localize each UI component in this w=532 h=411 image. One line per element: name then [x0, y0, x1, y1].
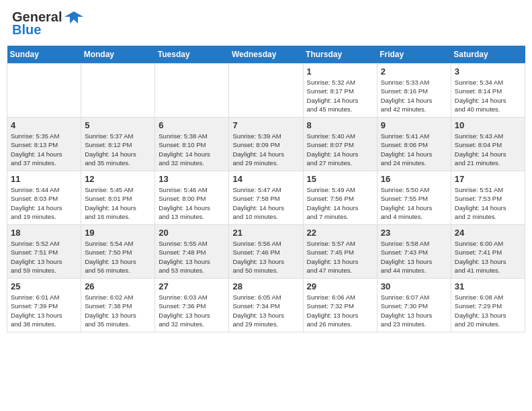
- calendar-cell: 28Sunrise: 6:05 AM Sunset: 7:34 PM Dayli…: [229, 279, 303, 332]
- day-info: Sunrise: 5:51 AM Sunset: 7:53 PM Dayligh…: [455, 185, 521, 221]
- calendar-cell: 25Sunrise: 6:01 AM Sunset: 7:39 PM Dayli…: [7, 279, 81, 332]
- day-number: 4: [11, 120, 77, 130]
- day-info: Sunrise: 5:35 AM Sunset: 8:13 PM Dayligh…: [11, 132, 77, 167]
- logo-blue-text: Blue: [12, 22, 41, 38]
- day-info: Sunrise: 5:43 AM Sunset: 8:04 PM Dayligh…: [455, 132, 521, 167]
- logo: General Blue: [12, 9, 83, 38]
- day-info: Sunrise: 5:58 AM Sunset: 7:43 PM Dayligh…: [381, 239, 447, 275]
- calendar-header-row: SundayMondayTuesdayWednesdayThursdayFrid…: [7, 46, 525, 64]
- calendar-cell: [81, 64, 155, 118]
- calendar-table: SundayMondayTuesdayWednesdayThursdayFrid…: [7, 46, 525, 332]
- calendar-week-row: 25Sunrise: 6:01 AM Sunset: 7:39 PM Dayli…: [7, 279, 525, 332]
- calendar-cell: 31Sunrise: 6:08 AM Sunset: 7:29 PM Dayli…: [451, 279, 525, 332]
- column-header-tuesday: Tuesday: [155, 46, 229, 64]
- day-info: Sunrise: 6:06 AM Sunset: 7:32 PM Dayligh…: [307, 293, 373, 328]
- calendar-cell: 26Sunrise: 6:02 AM Sunset: 7:38 PM Dayli…: [81, 279, 155, 332]
- day-number: 14: [232, 174, 299, 184]
- calendar-cell: 8Sunrise: 5:40 AM Sunset: 8:07 PM Daylig…: [303, 118, 377, 171]
- calendar-week-row: 18Sunrise: 5:52 AM Sunset: 7:51 PM Dayli…: [7, 225, 525, 279]
- day-info: Sunrise: 5:52 AM Sunset: 7:51 PM Dayligh…: [11, 239, 77, 275]
- calendar-cell: 12Sunrise: 5:45 AM Sunset: 8:01 PM Dayli…: [81, 171, 155, 225]
- day-info: Sunrise: 5:49 AM Sunset: 7:56 PM Dayligh…: [307, 185, 373, 221]
- day-number: 5: [85, 120, 151, 130]
- day-number: 17: [455, 174, 521, 184]
- day-info: Sunrise: 5:40 AM Sunset: 8:07 PM Dayligh…: [307, 132, 373, 167]
- calendar-cell: 29Sunrise: 6:06 AM Sunset: 7:32 PM Dayli…: [303, 279, 377, 332]
- calendar-week-row: 4Sunrise: 5:35 AM Sunset: 8:13 PM Daylig…: [7, 118, 525, 171]
- calendar-cell: [7, 64, 81, 118]
- day-info: Sunrise: 6:00 AM Sunset: 7:41 PM Dayligh…: [455, 239, 521, 275]
- calendar-cell: 3Sunrise: 5:34 AM Sunset: 8:14 PM Daylig…: [451, 64, 525, 118]
- day-number: 26: [85, 281, 151, 291]
- day-number: 21: [232, 228, 299, 238]
- day-number: 23: [381, 228, 447, 238]
- column-header-thursday: Thursday: [303, 46, 377, 64]
- day-number: 24: [455, 228, 521, 238]
- calendar-cell: 7Sunrise: 5:39 AM Sunset: 8:09 PM Daylig…: [229, 118, 303, 171]
- day-number: 29: [307, 281, 373, 291]
- page-header: General Blue: [7, 7, 525, 40]
- calendar-cell: 27Sunrise: 6:03 AM Sunset: 7:36 PM Dayli…: [155, 279, 229, 332]
- day-number: 31: [455, 281, 521, 291]
- day-info: Sunrise: 5:45 AM Sunset: 8:01 PM Dayligh…: [85, 185, 151, 221]
- day-number: 9: [381, 120, 447, 130]
- calendar-cell: [229, 64, 303, 118]
- day-info: Sunrise: 6:02 AM Sunset: 7:38 PM Dayligh…: [85, 293, 151, 328]
- day-number: 30: [381, 281, 447, 291]
- day-info: Sunrise: 5:41 AM Sunset: 8:06 PM Dayligh…: [381, 132, 447, 167]
- day-number: 7: [232, 120, 299, 130]
- calendar-cell: 19Sunrise: 5:54 AM Sunset: 7:50 PM Dayli…: [81, 225, 155, 279]
- day-info: Sunrise: 5:46 AM Sunset: 8:00 PM Dayligh…: [159, 185, 225, 221]
- calendar-cell: 9Sunrise: 5:41 AM Sunset: 8:06 PM Daylig…: [377, 118, 451, 171]
- calendar-cell: 2Sunrise: 5:33 AM Sunset: 8:16 PM Daylig…: [377, 64, 451, 118]
- svg-marker-0: [64, 11, 83, 24]
- calendar-cell: 22Sunrise: 5:57 AM Sunset: 7:45 PM Dayli…: [303, 225, 377, 279]
- day-number: 18: [11, 228, 77, 238]
- day-info: Sunrise: 6:08 AM Sunset: 7:29 PM Dayligh…: [455, 293, 521, 328]
- day-info: Sunrise: 6:03 AM Sunset: 7:36 PM Dayligh…: [159, 293, 225, 328]
- day-info: Sunrise: 5:50 AM Sunset: 7:55 PM Dayligh…: [381, 185, 447, 221]
- day-info: Sunrise: 5:54 AM Sunset: 7:50 PM Dayligh…: [85, 239, 151, 275]
- day-number: 16: [381, 174, 447, 184]
- day-info: Sunrise: 5:37 AM Sunset: 8:12 PM Dayligh…: [85, 132, 151, 167]
- calendar-cell: 13Sunrise: 5:46 AM Sunset: 8:00 PM Dayli…: [155, 171, 229, 225]
- day-info: Sunrise: 5:33 AM Sunset: 8:16 PM Dayligh…: [381, 78, 447, 113]
- calendar-cell: 16Sunrise: 5:50 AM Sunset: 7:55 PM Dayli…: [377, 171, 451, 225]
- column-header-saturday: Saturday: [451, 46, 525, 64]
- column-header-friday: Friday: [377, 46, 451, 64]
- logo-bird-icon: [64, 10, 83, 25]
- day-info: Sunrise: 6:07 AM Sunset: 7:30 PM Dayligh…: [381, 293, 447, 328]
- day-number: 1: [307, 66, 373, 77]
- calendar-cell: 1Sunrise: 5:32 AM Sunset: 8:17 PM Daylig…: [303, 64, 377, 118]
- column-header-wednesday: Wednesday: [229, 46, 303, 64]
- calendar-cell: 15Sunrise: 5:49 AM Sunset: 7:56 PM Dayli…: [303, 171, 377, 225]
- column-header-monday: Monday: [81, 46, 155, 64]
- calendar-cell: 14Sunrise: 5:47 AM Sunset: 7:58 PM Dayli…: [229, 171, 303, 225]
- day-number: 25: [11, 281, 77, 291]
- calendar-cell: 17Sunrise: 5:51 AM Sunset: 7:53 PM Dayli…: [451, 171, 525, 225]
- calendar-cell: 18Sunrise: 5:52 AM Sunset: 7:51 PM Dayli…: [7, 225, 81, 279]
- day-number: 28: [232, 281, 299, 291]
- day-info: Sunrise: 5:39 AM Sunset: 8:09 PM Dayligh…: [232, 132, 299, 167]
- day-number: 2: [381, 66, 447, 77]
- calendar-cell: 4Sunrise: 5:35 AM Sunset: 8:13 PM Daylig…: [7, 118, 81, 171]
- day-info: Sunrise: 5:47 AM Sunset: 7:58 PM Dayligh…: [232, 185, 299, 221]
- day-info: Sunrise: 5:32 AM Sunset: 8:17 PM Dayligh…: [307, 78, 373, 113]
- calendar-cell: 10Sunrise: 5:43 AM Sunset: 8:04 PM Dayli…: [451, 118, 525, 171]
- calendar-cell: 5Sunrise: 5:37 AM Sunset: 8:12 PM Daylig…: [81, 118, 155, 171]
- day-number: 20: [159, 228, 225, 238]
- day-number: 19: [85, 228, 151, 238]
- day-info: Sunrise: 6:01 AM Sunset: 7:39 PM Dayligh…: [11, 293, 77, 328]
- day-number: 13: [159, 174, 225, 184]
- day-info: Sunrise: 5:34 AM Sunset: 8:14 PM Dayligh…: [455, 78, 521, 113]
- calendar-week-row: 11Sunrise: 5:44 AM Sunset: 8:03 PM Dayli…: [7, 171, 525, 225]
- day-info: Sunrise: 5:56 AM Sunset: 7:46 PM Dayligh…: [232, 239, 299, 275]
- day-info: Sunrise: 5:57 AM Sunset: 7:45 PM Dayligh…: [307, 239, 373, 275]
- day-info: Sunrise: 6:05 AM Sunset: 7:34 PM Dayligh…: [232, 293, 299, 328]
- column-header-sunday: Sunday: [7, 46, 81, 64]
- day-number: 12: [85, 174, 151, 184]
- calendar-cell: 20Sunrise: 5:55 AM Sunset: 7:48 PM Dayli…: [155, 225, 229, 279]
- calendar-cell: 23Sunrise: 5:58 AM Sunset: 7:43 PM Dayli…: [377, 225, 451, 279]
- calendar-cell: [155, 64, 229, 118]
- day-info: Sunrise: 5:44 AM Sunset: 8:03 PM Dayligh…: [11, 185, 77, 221]
